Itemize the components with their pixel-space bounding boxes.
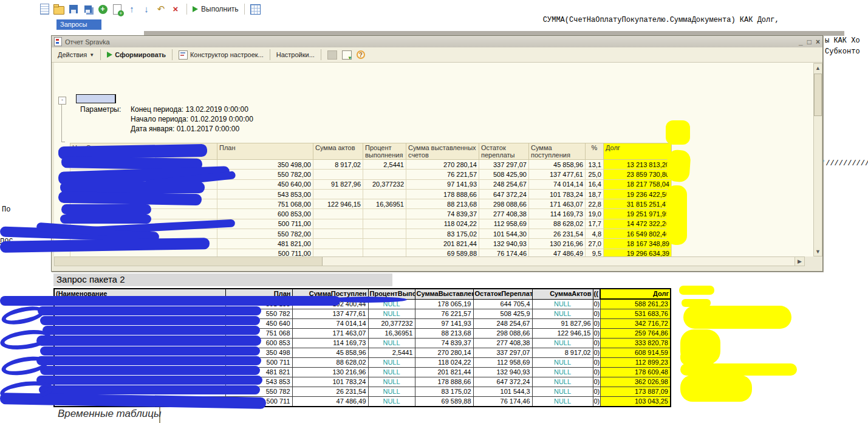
save-copy-icon[interactable] — [83, 4, 94, 15]
collapse-group-button[interactable]: - — [58, 97, 66, 105]
table-cell[interactable]: 74 014,14 — [529, 179, 586, 189]
column-header[interactable]: Остаток переплаты — [479, 143, 529, 160]
table-cell[interactable]: 112 899,23 — [600, 358, 671, 368]
table-cell[interactable] — [363, 219, 406, 229]
new-document-icon[interactable] — [39, 4, 50, 15]
scroll-right-button[interactable]: ▶ — [795, 257, 804, 266]
table-cell[interactable]: 248 254,67 — [473, 319, 532, 329]
table-cell[interactable]: 19 296 634,39 — [604, 249, 672, 256]
table-cell[interactable]: 4,8 — [586, 229, 604, 239]
table-cell[interactable]: 0) — [593, 387, 600, 397]
table-cell[interactable]: 118 024,22 — [415, 358, 473, 368]
table-cell[interactable]: NULL — [532, 309, 593, 319]
table-cell[interactable]: 14 472 322,26 — [604, 219, 672, 229]
table-cell[interactable]: NULL — [532, 377, 593, 387]
table-cell[interactable]: 173 887,09 — [600, 387, 671, 397]
table-cell[interactable]: 118 024,22 — [406, 219, 479, 229]
table-cell[interactable]: NULL — [368, 397, 415, 407]
table-cell[interactable]: 450 640,00 — [217, 179, 313, 189]
table-cell[interactable]: 26 231,54 — [292, 387, 368, 397]
table-cell[interactable]: 0) — [593, 348, 600, 358]
column-header[interactable]: ОстатокПереплат — [473, 289, 532, 299]
table-cell[interactable]: 20,377232 — [368, 319, 415, 329]
table-cell[interactable]: 362 026,98 — [600, 377, 671, 387]
scroll-down-button[interactable]: ▼ — [814, 247, 822, 256]
table-cell[interactable]: 19 236 422,50 — [604, 189, 672, 199]
add-icon[interactable]: + — [97, 4, 108, 15]
table-cell[interactable]: NULL — [368, 358, 415, 368]
table-cell[interactable]: 76 174,46 — [473, 397, 532, 407]
move-down-icon[interactable]: ↓ — [141, 4, 152, 15]
horizontal-scrollbar[interactable]: ▶ — [54, 256, 805, 266]
scroll-up-button[interactable]: ▲ — [814, 64, 822, 72]
table-cell[interactable]: 137 477,61 — [292, 309, 368, 319]
add-document-icon[interactable] — [112, 4, 123, 15]
table-cell[interactable]: NULL — [368, 387, 415, 397]
generate-button[interactable]: Сформировать — [104, 50, 168, 60]
table-cell[interactable]: 74 839,37 — [415, 339, 473, 348]
table-cell[interactable]: 19 251 971,95 — [604, 209, 672, 219]
table-cell[interactable]: 171 463,07 — [292, 329, 368, 339]
table-cell[interactable]: 588 261,23 — [600, 299, 671, 309]
table-cell[interactable]: 22,8 — [586, 199, 604, 209]
table-cell[interactable]: 277 408,38 — [479, 209, 529, 219]
table-cell[interactable]: 508 425,9 — [473, 309, 532, 319]
table-cell[interactable]: 0) — [593, 299, 600, 309]
table-cell[interactable]: 248 254,67 — [479, 179, 529, 189]
table-cell[interactable]: 298 088,66 — [479, 199, 529, 209]
column-header[interactable]: Долг — [604, 143, 672, 160]
column-header[interactable]: % — [586, 143, 604, 160]
table-cell[interactable] — [313, 229, 363, 239]
column-header[interactable]: Долг — [600, 289, 671, 299]
table-cell[interactable]: 18,7 — [586, 189, 604, 199]
table-cell[interactable]: 130 216,96 — [292, 368, 368, 377]
table-cell[interactable]: 114 169,73 — [292, 339, 368, 348]
minimize-button[interactable]: _ — [799, 38, 803, 46]
table-cell[interactable]: 45 858,96 — [292, 348, 368, 358]
table-cell[interactable]: NULL — [532, 397, 593, 407]
column-header[interactable]: (( — [593, 289, 600, 299]
close-button[interactable]: × — [816, 38, 820, 46]
table-cell[interactable]: 101 783,24 — [529, 189, 586, 199]
table-cell[interactable]: 16,4 — [586, 179, 604, 189]
table-cell[interactable] — [313, 249, 363, 256]
table-cell[interactable]: 178 888,66 — [406, 189, 479, 199]
table-cell[interactable]: 600 853,00 — [217, 209, 313, 219]
table-cell[interactable]: 481 821,00 — [217, 239, 313, 249]
table-cell[interactable] — [313, 209, 363, 219]
table-cell[interactable]: 0) — [593, 368, 600, 377]
table-cell[interactable]: 171 463,07 — [529, 199, 586, 209]
table-cell[interactable]: 122 946,15 — [313, 199, 363, 209]
column-header[interactable]: СуммаАктов — [532, 289, 593, 299]
table-cell[interactable]: 342 716,72 — [600, 319, 671, 329]
table-cell[interactable]: 26 231,54 — [529, 229, 586, 239]
table-cell[interactable]: 8 917,02 — [532, 348, 593, 358]
vertical-scrollbar[interactable]: ▲ ▼ — [813, 63, 822, 256]
column-header[interactable]: Процент выполнения — [363, 143, 406, 160]
help-button[interactable]: ? — [354, 49, 367, 60]
table-cell[interactable]: 2,5441 — [363, 160, 406, 170]
table-cell[interactable]: 76 174,46 — [479, 249, 529, 256]
table-cell[interactable]: NULL — [532, 368, 593, 377]
table-cell[interactable]: 16 549 802,46 — [604, 229, 672, 239]
selected-cell[interactable] — [76, 94, 116, 103]
scrollbar-thumb[interactable] — [323, 257, 796, 266]
table-cell[interactable]: 8 917,02 — [313, 160, 363, 170]
table-cell[interactable]: 178 609,48 — [600, 368, 671, 377]
table-cell[interactable]: 277 408,38 — [473, 339, 532, 348]
tab-queries[interactable]: Запросы — [56, 19, 101, 30]
table-cell[interactable]: 500 711,00 — [217, 249, 313, 256]
actions-menu-button[interactable]: Действия ▼ — [55, 50, 97, 60]
table-cell[interactable]: 69 589,88 — [406, 249, 479, 256]
table-cell[interactable]: 88 628,02 — [529, 219, 586, 229]
table-cell[interactable]: 74 014,14 — [292, 319, 368, 329]
move-up-icon[interactable]: ↑ — [126, 4, 137, 15]
table-cell[interactable]: 20,377232 — [363, 179, 406, 189]
table-cell[interactable]: NULL — [368, 339, 415, 348]
table-cell[interactable]: NULL — [532, 339, 593, 348]
column-header[interactable]: Сумма выставленных счетов — [406, 143, 479, 160]
scrollbar-thumb[interactable] — [814, 74, 822, 116]
save-icon[interactable] — [68, 4, 79, 15]
table-cell[interactable]: NULL — [532, 387, 593, 397]
table-cell[interactable]: 101 544,3 — [473, 387, 532, 397]
